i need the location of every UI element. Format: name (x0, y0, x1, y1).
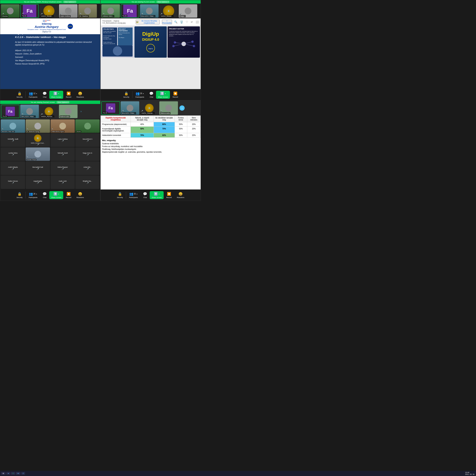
toolbar-reactions-1[interactable]: 😀 Reactions (74, 91, 86, 98)
col-header-important: Fontos lenne (175, 116, 187, 122)
crop-icon[interactable]: ⬜ (196, 20, 199, 23)
toolbar-participants-1[interactable]: 👥 12 ▲ Participants (26, 91, 40, 98)
gallery-label-lenkai: Lenkai Nóra (8, 152, 17, 154)
security-label-4: Security (117, 197, 123, 198)
mic-muted-stankov: 🎤 (79, 13, 81, 15)
toolbar-participants-2[interactable]: 👥 26 ▲ Participants (133, 91, 147, 98)
toolbar-chat-3[interactable]: 💬 Chat (40, 192, 49, 198)
participant-thumb-vmoh-4: 🏛️ VMÖH_Ramán... 🎤 (140, 101, 159, 115)
toolbar-record-1[interactable]: ⏺️ Record (63, 91, 74, 98)
participant-name-vmoh-2: VMÖH_Riman... (160, 15, 173, 17)
mic-muted-gabor: 🎤 (12, 182, 14, 184)
toolbar-share-screen-3[interactable]: ⬆️ ▲ Share Screen (49, 191, 63, 199)
additional-item-4: Alapkompetenciák megléte: pl. számolás, … (102, 151, 199, 153)
heart-icon[interactable]: ♡ (186, 20, 188, 23)
participant-thumb-vmoh-3: 🏛️ VMÖH_Ramán... 🎤 (40, 105, 58, 118)
record-label-4: Record (166, 197, 172, 198)
chat-icon-2: 💬 (149, 91, 153, 96)
toolbar-participants-4[interactable]: 👥 25 ▲ Participants (126, 192, 140, 198)
person-silhouette (113, 46, 122, 56)
participant-name-adrienn: Adrienn Ném... (102, 15, 114, 17)
record-label-2: Record (172, 96, 178, 98)
toolbar-security-1[interactable]: 🔒 Security (14, 91, 25, 98)
share-screen-label-3: Share Screen (51, 197, 61, 198)
toolbar-reactions-3[interactable]: 😀 Reactions (74, 192, 86, 198)
cell-2-3: 70% (153, 127, 175, 133)
toolbar-3: 🔒 Security 👥 26 ▲ Participants 💬 Chat ⬆️ (0, 189, 100, 201)
toolbar-reactions-4[interactable]: 😀 Reactions (174, 192, 187, 198)
participant-thumb-vmoh-2: 🏛️ VMÖH_Riman... 🎤 (159, 4, 178, 18)
rotate-icon[interactable]: ↩ (191, 20, 193, 23)
toolbar-divider-4 (126, 192, 126, 198)
participants-icon-group-3: 👥 26 ▲ (29, 192, 37, 196)
cell-1-4: 50% (175, 122, 187, 127)
toolbar-record-4[interactable]: ⏺️ Record (164, 192, 174, 198)
view-options-btn-1[interactable]: View Options ▾ (63, 0, 76, 3)
participants-caret-2: ▲ (143, 93, 144, 94)
view-options-btn-2[interactable]: View Options ▾ (156, 0, 170, 3)
toolbar-record-3[interactable]: ⏺️ Record (63, 192, 74, 198)
photo-gallery-btn[interactable]: 🖼️ Az összes fénykép megtekintése (136, 19, 160, 24)
participant-thumb-fazo-3: Fa Fa Zo (1, 105, 19, 118)
gallery-label-stankovits: Dr. Stankovits György (26, 131, 40, 132)
participant-thumb-vmoh1: 🏛️ VMÖH_Rimán... 🎤 (40, 4, 58, 18)
participant-name-fazo-2: Fa Zo (122, 15, 127, 17)
additional-info: Más, mégpedig: Szakmai érdeklődés Fontos… (101, 137, 201, 155)
next-participants-btn-3[interactable]: › (78, 105, 84, 118)
toolbar-share-screen-4[interactable]: ⬆️ ▲ Share Screen (150, 191, 164, 199)
reactions-label-3: Reactions (76, 197, 84, 198)
project-info-left: PROJEKTINFO Projekt teljes összegzése908… (102, 28, 117, 45)
participant-thumb-zsuzsa: Zsuzsa 🎤 (1, 4, 19, 18)
participants-icon-group-1: 👥 12 ▲ (29, 91, 37, 96)
eu-flag-icon: ★★★ (68, 24, 73, 29)
gallery-lajos-andrea: Lajos Andrea 🎤 (51, 133, 75, 147)
participant-thumb-fazo-4: Fa Fa Zo (101, 101, 120, 115)
toolbar-chat-4[interactable]: 💬 Chat (140, 192, 150, 198)
next-participants-btn-4[interactable]: › (179, 105, 185, 111)
gallery-label-nemeth: Németh Zsolt (58, 152, 68, 154)
table-header: Digitális kompetenciák elsajátítása Nálu… (101, 116, 201, 122)
gallery-label-zsuzsa: Zsuzsa (76, 131, 81, 132)
participants-label-3: Participants (29, 197, 37, 198)
participant-name-baboscsaba-4: Baboscsaba (160, 112, 170, 114)
projektinfo-body: Projekt teljes összegzése908.139,21 EURE… (103, 31, 116, 45)
participant-thumb-balazsy-3: BALÁZSY, Péter... 🎤 (20, 105, 39, 118)
cell-3-5: 20% (187, 133, 201, 137)
photos-grid: PROJEKTINFO Projekt teljes összegzése908… (101, 26, 201, 58)
digiup-badge: DigiUp (146, 44, 155, 53)
zoom-window-1: You are viewing VMÖH, Rimányi Krisztina'… (0, 0, 101, 101)
zoom-in-icon[interactable]: 🔍 (174, 20, 177, 23)
mic-muted-anita: 🎤 (86, 168, 89, 170)
toolbar-share-screen-2[interactable]: ⬆️ ▲ Share Screen (156, 91, 170, 99)
gallery-neuvirthne: Neuvirthné Á 🎤 (75, 133, 100, 147)
toolbar-record-2[interactable]: ⏺️ Record (170, 91, 181, 98)
share-screen-icon-2: ⬆️ (160, 91, 164, 96)
record-label-1: Record (66, 96, 71, 98)
gallery-stankovits: Dr. Stankovits György 🎤 (26, 119, 50, 133)
share-screen-label-4: Share Screen (152, 197, 162, 198)
gallery-label-palfine: Pálfiné Böröcz Ágnes (51, 131, 65, 132)
chat-label-3: Chat (43, 197, 47, 198)
participant-name-balazsy-2: BALÁZSY, Péter... (141, 15, 155, 17)
toolbar-chat-1[interactable]: 💬 Chat (40, 91, 49, 98)
toolbar-security-3[interactable]: 🔒 Security (14, 192, 25, 198)
add-btn[interactable]: + Hozzáadás (162, 19, 172, 24)
gallery-label-neuvirthne: Neuvirthné Á (83, 138, 92, 140)
gallery-btn-text: Az összes fénykép megtekintése (139, 20, 159, 24)
additional-item-2: Fontos az irányultság, munkához való hoz… (102, 145, 199, 148)
toolbar-security-4[interactable]: 🔒 Security (114, 192, 126, 198)
view-options-btn-3[interactable]: View Options ▾ (56, 101, 70, 103)
toolbar-security-2[interactable]: 🔒 Security (121, 91, 132, 98)
mic-muted-balazsy-4: 🎤 (121, 110, 124, 112)
share-screen-caret-2: ▲ (165, 93, 166, 94)
gallery-nagybrigitta: nagybrigitta 🎤 (26, 175, 50, 189)
zoom-window-3: You are viewing Zsuzsa's screen View Opt… (0, 101, 101, 201)
toolbar-share-screen-1[interactable]: ⬆️ ▲ Share Screen (49, 91, 63, 99)
participants-count-4: 25 (134, 193, 136, 195)
toolbar-chat-2[interactable]: 💬 Chat (147, 91, 156, 98)
trash-icon[interactable]: 🗑️ (180, 20, 183, 23)
toolbar-participants-3[interactable]: 👥 26 ▲ Participants (26, 192, 40, 198)
photo-content-area: PROJEKTINFO Projekt teljes összegzése908… (101, 26, 201, 89)
hatter-body: A szakmai kompetenciák szükségességének … (169, 31, 198, 37)
toolbar-2: 🔒 Security 👥 26 ▲ Participants 💬 Chat ⬆️ (101, 89, 201, 100)
